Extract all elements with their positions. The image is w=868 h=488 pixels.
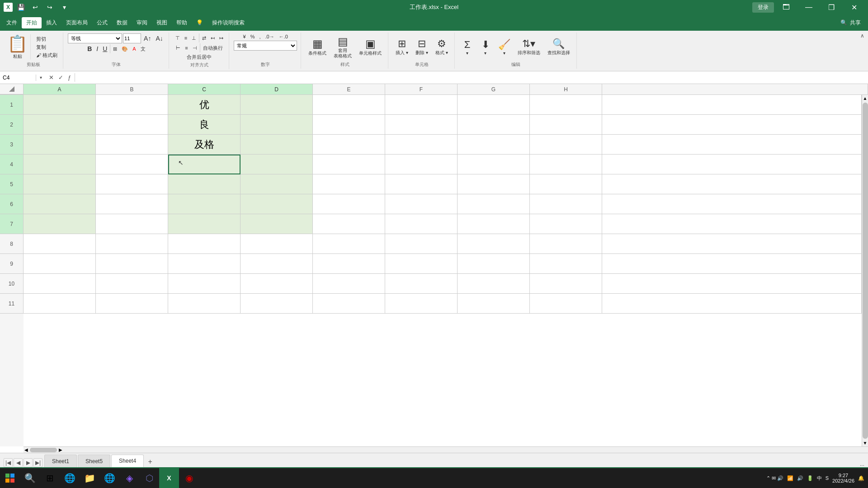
col-header-d[interactable]: D (241, 84, 313, 94)
font-color-button[interactable]: A (131, 46, 137, 52)
find-select-button[interactable]: 🔍 查找和选择 (545, 36, 573, 58)
row-num-11[interactable]: 11 (0, 294, 24, 314)
cell-h11[interactable] (530, 294, 602, 314)
menu-view[interactable]: 视图 (152, 17, 172, 28)
cell-a2[interactable] (24, 115, 96, 135)
percent-button[interactable]: % (249, 33, 257, 40)
align-top-button[interactable]: ⊤ (174, 35, 182, 42)
cell-h4[interactable] (530, 155, 602, 174)
vertical-scrollbar[interactable]: ▲ ▼ (862, 95, 868, 446)
explorer-button[interactable]: 📁 (80, 468, 99, 488)
row-num-6[interactable]: 6 (0, 194, 24, 214)
scroll-thumb[interactable] (863, 103, 868, 439)
undo-button[interactable]: ↩ (29, 1, 42, 14)
cell-f1[interactable] (385, 95, 458, 115)
scroll-right-button[interactable]: ▶ (58, 447, 63, 452)
cell-h1[interactable] (530, 95, 602, 115)
cell-e8[interactable] (313, 234, 385, 254)
cell-styles-button[interactable]: ▣ 单元格样式 (356, 36, 384, 58)
cell-b10[interactable] (96, 274, 168, 294)
cell-h2[interactable] (530, 115, 602, 135)
formula-expand-button[interactable]: ▾ (36, 71, 45, 84)
cell-g5[interactable] (458, 174, 530, 194)
col-header-b[interactable]: B (96, 84, 168, 94)
align-right-button[interactable]: ⊣ (191, 45, 199, 52)
cell-e7[interactable] (313, 214, 385, 234)
cell-h6[interactable] (530, 194, 602, 214)
bold-button[interactable]: B (85, 45, 94, 53)
italic-button[interactable]: I (94, 45, 100, 53)
cell-g10[interactable] (458, 274, 530, 294)
cell-d5[interactable] (241, 174, 313, 194)
scroll-up-button[interactable]: ▲ (862, 95, 868, 102)
start-button[interactable] (0, 468, 20, 488)
comma-button[interactable]: , (257, 33, 262, 40)
cell-reference[interactable]: C4 (0, 75, 36, 81)
font-shrink-button[interactable]: A↓ (154, 34, 165, 42)
row-num-8[interactable]: 8 (0, 234, 24, 254)
cell-f3[interactable] (385, 135, 458, 155)
cell-e5[interactable] (313, 174, 385, 194)
cut-button[interactable]: 剪切 (34, 35, 59, 43)
cell-c8[interactable] (168, 234, 241, 254)
cell-f7[interactable] (385, 214, 458, 234)
cell-c2[interactable]: 良 (168, 115, 241, 135)
menu-search[interactable]: 操作说明搜索 (208, 17, 249, 28)
font-size-input[interactable] (123, 33, 141, 43)
fill-button[interactable]: ⬇ ▾ (477, 37, 494, 57)
cell-h10[interactable] (530, 274, 602, 294)
cell-b7[interactable] (96, 214, 168, 234)
app2-button[interactable]: ◉ (179, 468, 199, 488)
row-num-3[interactable]: 3 (0, 135, 24, 155)
redo-button[interactable]: ↪ (43, 1, 56, 14)
row-num-1[interactable]: 1 (0, 95, 24, 115)
menu-page-layout[interactable]: 页面布局 (61, 17, 92, 28)
minimize-button[interactable]: — (798, 0, 819, 14)
insert-button[interactable]: ⊞ 插入 ▾ (393, 36, 411, 58)
sheet-tab-1[interactable]: Sheet1 (44, 455, 77, 467)
horizontal-scrollbar[interactable]: ◀ ▶ (24, 446, 868, 453)
notification-icon[interactable]: 🔔 (858, 475, 864, 481)
wrap-text-button[interactable]: 自动换行 (201, 44, 225, 52)
cell-a6[interactable] (24, 194, 96, 214)
cell-h9[interactable] (530, 254, 602, 274)
customize-btn[interactable]: ▾ (58, 1, 71, 14)
menu-file[interactable]: 文件 (2, 17, 22, 28)
text-direction-button[interactable]: ⇄ (200, 35, 208, 42)
cell-b4[interactable] (96, 155, 168, 174)
menu-insert[interactable]: 插入 (42, 17, 61, 28)
maximize-button[interactable]: ❒ (821, 0, 842, 14)
cell-c9[interactable] (168, 254, 241, 274)
cell-d10[interactable] (241, 274, 313, 294)
sheet-nav-next[interactable]: ▶ (24, 458, 33, 467)
task-view-button[interactable]: ⊞ (40, 468, 60, 488)
cell-a1[interactable] (24, 95, 96, 115)
share-label[interactable]: 共享 (850, 19, 861, 27)
cell-c1[interactable]: 优 (168, 95, 241, 115)
indent-decrease-button[interactable]: ↤ (209, 35, 217, 42)
underline-button[interactable]: U (101, 45, 109, 53)
edge-button[interactable]: 🌐 (60, 468, 80, 488)
cell-d1[interactable] (241, 95, 313, 115)
row-num-9[interactable]: 9 (0, 254, 24, 274)
cell-d6[interactable] (241, 194, 313, 214)
format-button[interactable]: ⚙ 格式 ▾ (433, 36, 451, 58)
cell-f2[interactable] (385, 115, 458, 135)
ribbon-collapse-button[interactable]: ∧ (860, 33, 864, 39)
cell-d11[interactable] (241, 294, 313, 314)
clear-button[interactable]: 🧹 ▾ (495, 37, 513, 57)
cell-b5[interactable] (96, 174, 168, 194)
menu-review[interactable]: 审阅 (132, 17, 152, 28)
indent-increase-button[interactable]: ↦ (217, 35, 225, 42)
cell-a8[interactable] (24, 234, 96, 254)
align-bottom-button[interactable]: ⊥ (190, 35, 198, 42)
cell-b11[interactable] (96, 294, 168, 314)
browser2-button[interactable]: 🌐 (99, 468, 119, 488)
table-format-button[interactable]: ▤ 套用表格格式 (331, 33, 354, 61)
col-header-f[interactable]: F (385, 84, 458, 94)
cell-g1[interactable] (458, 95, 530, 115)
scroll-left-button[interactable]: ◀ (24, 447, 29, 452)
cell-b3[interactable] (96, 135, 168, 155)
conditional-format-button[interactable]: ▦ 条件格式 (306, 36, 329, 58)
corner-cell[interactable] (0, 84, 24, 94)
